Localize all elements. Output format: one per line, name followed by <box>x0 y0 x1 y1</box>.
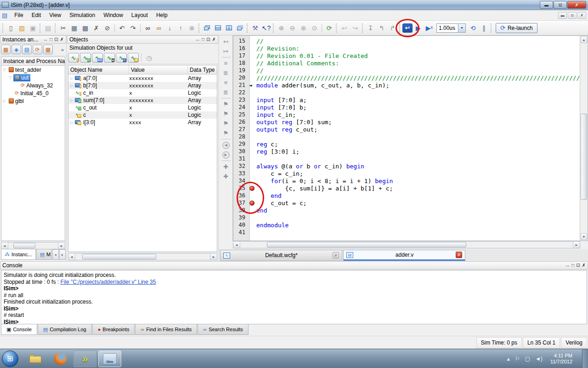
code-line-40[interactable]: 40endmodule <box>233 221 580 229</box>
row-expander-icon[interactable]: ▷ <box>68 76 75 80</box>
tile-vertical-button[interactable] <box>224 23 234 33</box>
tab-console[interactable]: ▣Console <box>1 324 37 335</box>
goto-line-button[interactable]: ≡ <box>220 58 232 68</box>
select-lines-button[interactable]: ≡ <box>220 78 232 87</box>
code-line-16[interactable]: 16// Revision: <box>233 45 580 52</box>
code-line-24[interactable]: 24input [7:0] b; <box>233 104 580 111</box>
instances-view-button[interactable]: ▦ <box>1 45 11 54</box>
column-header-object-name[interactable]: Object Name <box>68 65 129 74</box>
object-row-a-7-0[interactable]: ▷Ia[7:0]xxxxxxxxArray <box>68 75 217 82</box>
scroll-right-icon[interactable]: ► <box>210 253 217 260</box>
tab-compilation-log[interactable]: ▤Compilation Log <box>38 324 92 335</box>
objects-maximize-button[interactable]: □ <box>202 37 204 42</box>
tree-item-glbl[interactable]: ▷glbl <box>1 97 65 105</box>
whats-this-help-button[interactable]: ↖? <box>261 23 271 33</box>
console-source-link[interactable]: File "C:/projects/adder/adder.v" Line 35 <box>60 279 156 285</box>
indent-button[interactable]: ↦ <box>220 46 232 56</box>
object-row-c[interactable]: ∿WcxLogic <box>68 111 217 119</box>
scrollbar-thumb[interactable] <box>13 243 36 248</box>
filter-inouts-button[interactable]: ∿I/O <box>92 53 103 63</box>
toggle-bookmark-button[interactable]: ⚑ <box>220 99 232 109</box>
code-line-21[interactable]: 21◄module adder(sum, c_out, a, b, c_in); <box>233 81 580 89</box>
source-view-button[interactable]: ▤ <box>22 45 32 54</box>
editor-horizontal-scrollbar[interactable]: ◄ ► <box>233 241 580 248</box>
instances-maximize-button[interactable]: □ <box>50 37 52 42</box>
mdi-restore-button[interactable]: ⊡ <box>568 12 577 19</box>
menu-item-window[interactable]: Window <box>99 11 127 19</box>
close-window-button[interactable]: ✗ <box>567 1 586 9</box>
goto-line-number-button[interactable]: ≣ <box>220 68 232 78</box>
tree-expander-icon[interactable]: ▽ <box>1 68 7 72</box>
filter-internal-button[interactable]: ∿● <box>104 53 115 63</box>
tab-default-wcfg[interactable]: ∿Default.wcfg*✗ <box>220 250 342 261</box>
delete-button[interactable]: ✗ <box>91 23 102 33</box>
mdi-close-button[interactable]: ✗ <box>577 12 586 19</box>
row-expander-icon[interactable]: ▷ <box>68 84 75 88</box>
redo-button[interactable]: ↷ <box>128 23 138 33</box>
scroll-left-icon[interactable]: ◄ <box>68 253 75 260</box>
open-file-button[interactable]: ▨ <box>17 23 27 33</box>
code-line-32[interactable]: 32always @(a or b or c_in) begin <box>233 162 580 170</box>
isim-taskbar-button[interactable]: ISim <box>98 351 121 367</box>
memory-view-button[interactable]: ▦ <box>43 45 53 54</box>
menu-item-view[interactable]: View <box>45 11 65 19</box>
breakpoint-icon[interactable] <box>249 201 254 206</box>
menu-item-file[interactable]: File <box>10 11 27 19</box>
code-line-35[interactable]: 35 {c, sum[i]} = a[i] + b[1] + c; <box>233 184 580 192</box>
scroll-left-icon[interactable]: ◄ <box>233 242 240 248</box>
console-maximize-button[interactable]: □ <box>571 263 574 268</box>
code-line-18[interactable]: 18// Additional Comments: <box>233 59 580 67</box>
tab-adder-v[interactable]: ▤adder.v✗ <box>343 250 465 261</box>
scrollbar-track[interactable] <box>240 242 573 248</box>
action-center-flag-icon[interactable]: ⚐ <box>515 356 520 362</box>
find-next-button[interactable]: ↓ <box>164 23 175 33</box>
instances-close-button[interactable]: ✗ <box>60 37 64 42</box>
navigate-back-button[interactable]: ◀ <box>220 140 232 150</box>
run-for-time-button[interactable]: ▶ˣ <box>424 23 435 33</box>
code-line-25[interactable]: 25input c_in; <box>233 111 580 118</box>
tree-expander-icon[interactable]: ▷ <box>1 99 7 103</box>
row-expander-icon[interactable]: ▷ <box>68 98 75 103</box>
next-bookmark-button[interactable]: ⚑ <box>220 109 232 119</box>
menu-item-help[interactable]: Help <box>152 11 172 19</box>
object-row-sum-7-0[interactable]: ▷Osum[7:0]xxxxxxxxArray <box>68 97 217 104</box>
filter-wires-button[interactable]: ∿W <box>128 53 139 63</box>
code-line-33[interactable]: 33 c = c_in; <box>233 170 580 177</box>
object-row-c-out[interactable]: ∿Oc_outxLogic <box>68 104 217 111</box>
filter-inputs-button[interactable]: ∿I <box>68 53 79 63</box>
instances-float-button[interactable]: ↔ <box>43 37 48 42</box>
tree-item-test-adder[interactable]: ▽test_adder <box>1 66 65 74</box>
objects-close-button[interactable]: ✗ <box>212 37 216 42</box>
navigate-forward-button[interactable]: ▶ <box>220 150 232 160</box>
layered-windows-button[interactable] <box>235 23 245 33</box>
code-line-20[interactable]: 20//////////////////////////////////////… <box>233 74 580 81</box>
design-view-button[interactable]: ◈ <box>11 45 21 54</box>
console-float-button[interactable]: ↔ <box>565 263 570 268</box>
code-line-38[interactable]: 38end <box>233 207 580 214</box>
pan-zoom-button[interactable]: ✚ <box>220 172 232 181</box>
select-line-number-button[interactable]: ≣ <box>220 87 232 97</box>
menu-item-edit[interactable]: Edit <box>28 11 45 19</box>
scroll-right-icon[interactable]: ► <box>573 242 580 248</box>
objects-horizontal-scrollbar[interactable]: ◄ ► <box>68 253 217 260</box>
code-line-28[interactable]: 28 <box>233 133 580 140</box>
show-hidden-icons-icon[interactable]: ▴ <box>507 356 510 362</box>
tabs-scroll-left-button[interactable]: ◂ <box>52 249 59 260</box>
code-line-39[interactable]: 39 <box>233 214 580 221</box>
console-log[interactable]: Simulator is doing circuit initializatio… <box>1 270 587 324</box>
console-restore-button[interactable]: ⊡ <box>576 263 580 268</box>
run-time-combo[interactable]: 1.00us▼ <box>436 23 466 33</box>
tabs-scroll-right-button[interactable]: ▸ <box>59 249 66 260</box>
scrollbar-thumb[interactable] <box>82 254 156 259</box>
tab-instanc[interactable]: ⁂Instanc... <box>1 249 36 260</box>
paste-button[interactable]: ▩ <box>80 23 90 33</box>
scrollbar-thumb[interactable] <box>267 242 466 247</box>
scrollbar-thumb[interactable] <box>581 114 587 200</box>
object-row-c-in[interactable]: ∿Ic_inxLogic <box>68 89 217 97</box>
code-editor[interactable]: 15//16// Revision:17// Revision 0.01 - F… <box>233 35 588 241</box>
new-document-button[interactable]: ▯ <box>6 23 16 33</box>
tab-search-results[interactable]: ∞Search Results <box>198 324 248 335</box>
cut-button[interactable]: ✂ <box>58 23 68 33</box>
object-row-b-7-0[interactable]: ▷Ib[7:0]xxxxxxxxArray <box>68 82 217 89</box>
restart-button[interactable]: ↩ <box>402 23 413 33</box>
